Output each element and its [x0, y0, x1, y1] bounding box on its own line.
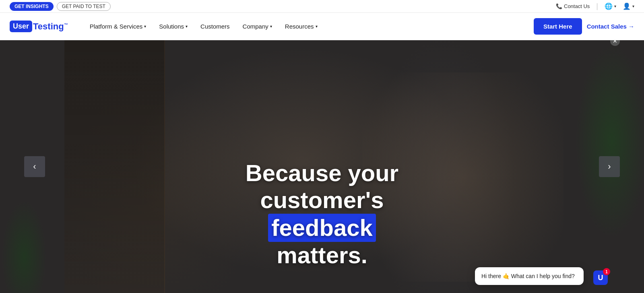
- chat-badge: 1: [603, 268, 610, 275]
- contact-us-label: Contact Us: [564, 3, 590, 9]
- contact-us-link[interactable]: 📞 Contact Us: [556, 3, 590, 9]
- get-paid-button[interactable]: GET PAID TO TEST: [57, 2, 111, 11]
- logo-testing-text: Testing™: [33, 21, 68, 32]
- logo[interactable]: User Testing™: [10, 21, 68, 32]
- account-menu[interactable]: 👤 ▾: [623, 2, 634, 10]
- chevron-platform: ▾: [144, 24, 146, 29]
- chevron-resources: ▾: [316, 24, 318, 29]
- nav-resources[interactable]: Resources ▾: [279, 20, 323, 33]
- carousel-prev-button[interactable]: ‹: [24, 156, 45, 177]
- top-bar-left: GET INSIGHTS GET PAID TO TEST: [10, 2, 111, 11]
- logo-tm: ™: [64, 22, 68, 27]
- chat-bubble: Hi there 🤙 What can I help you find?: [475, 267, 584, 285]
- globe-icon: 🌐: [605, 2, 613, 10]
- nav-solutions[interactable]: Solutions ▾: [153, 20, 193, 33]
- hero-line1: Because your: [246, 160, 398, 186]
- top-bar: GET INSIGHTS GET PAID TO TEST 📞 Contact …: [0, 0, 644, 13]
- chat-bot-button[interactable]: U 1: [593, 270, 608, 285]
- nav-platform-services[interactable]: Platform & Services ▾: [84, 20, 152, 33]
- chat-message: Hi there 🤙 What can I help you find?: [481, 273, 575, 279]
- language-selector[interactable]: 🌐 ▾: [605, 2, 616, 10]
- carousel-next-button[interactable]: ›: [599, 156, 620, 177]
- get-insights-button[interactable]: GET INSIGHTS: [10, 2, 54, 11]
- nav-customers[interactable]: Customers: [195, 20, 235, 33]
- chat-bot-label: U: [598, 274, 603, 282]
- chevron-down-icon-2: ▾: [632, 4, 634, 8]
- nav-links: Platform & Services ▾ Solutions ▾ Custom…: [84, 20, 534, 33]
- chevron-down-icon: ▾: [614, 4, 616, 8]
- nav-company[interactable]: Company ▾: [237, 20, 278, 33]
- person-icon: 👤: [623, 2, 631, 10]
- hero-line3: matters.: [277, 242, 367, 268]
- logo-user-box: User: [10, 21, 32, 32]
- hero-line2: customer's: [260, 187, 384, 213]
- start-here-button[interactable]: Start Here: [534, 18, 582, 35]
- hero-section: ‹ › Because your customer's feedback mat…: [0, 40, 644, 293]
- hero-highlight-word: feedback: [268, 214, 376, 242]
- hero-plant-left: [0, 172, 48, 293]
- phone-icon: 📞: [556, 3, 562, 9]
- chevron-company: ▾: [270, 24, 272, 29]
- hero-headline: Because your customer's feedback matters…: [201, 160, 443, 269]
- nav-actions: Start Here Contact Sales →: [534, 18, 634, 35]
- top-bar-right: 📞 Contact Us | 🌐 ▾ 👤 ▾: [556, 2, 634, 10]
- separator: |: [596, 2, 598, 10]
- chevron-solutions: ▾: [186, 24, 188, 29]
- hero-shelf-decoration: [64, 40, 165, 293]
- contact-sales-button[interactable]: Contact Sales →: [587, 23, 634, 30]
- hero-text-block: Because your customer's feedback matters…: [201, 160, 443, 269]
- main-nav: User Testing™ Platform & Services ▾ Solu…: [0, 13, 644, 40]
